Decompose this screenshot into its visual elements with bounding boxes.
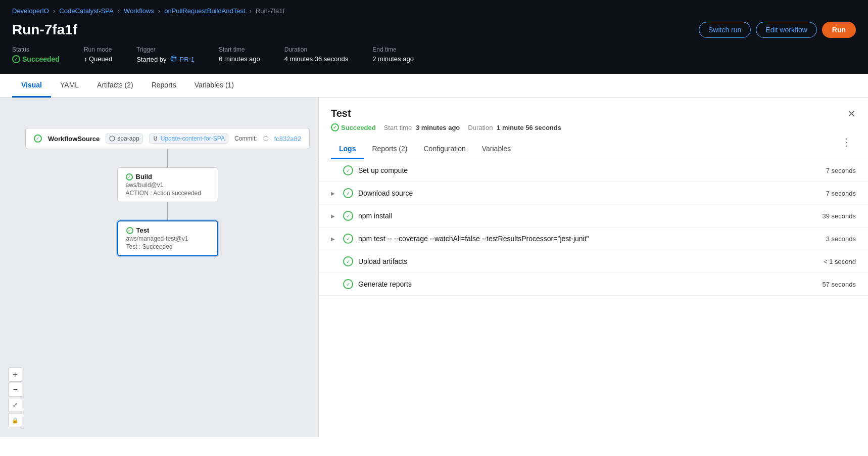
workflow-source-node[interactable]: WorkflowSource spa-app Update-content-fo… bbox=[25, 128, 310, 149]
breadcrumb-sep-2: › bbox=[118, 7, 120, 15]
log-step-name: Upload artifacts bbox=[358, 257, 824, 265]
end-time-value: 2 minutes ago bbox=[372, 55, 414, 63]
zoom-fit-button[interactable]: ⤢ bbox=[8, 398, 22, 412]
log-check-icon bbox=[343, 279, 353, 289]
status-value: Succeeded bbox=[12, 55, 60, 63]
log-duration: 7 seconds bbox=[826, 167, 856, 174]
tab-yaml[interactable]: YAML bbox=[51, 74, 88, 98]
status-check-icon bbox=[12, 55, 20, 63]
edit-workflow-button[interactable]: Edit workflow bbox=[756, 22, 816, 38]
panel-status-text: Succeeded bbox=[341, 124, 376, 131]
meta-run-mode: Run mode ↕ Queued bbox=[84, 46, 112, 64]
tab-visual[interactable]: Visual bbox=[12, 74, 51, 98]
tab-reports[interactable]: Reports bbox=[142, 74, 185, 98]
meta-end-time: End time 2 minutes ago bbox=[372, 46, 414, 64]
switch-run-button[interactable]: Switch run bbox=[699, 22, 751, 38]
breadcrumb-sep-1: › bbox=[53, 7, 55, 15]
log-item[interactable]: ▶ Upload artifacts < 1 second bbox=[319, 250, 868, 273]
log-check-icon bbox=[343, 165, 353, 175]
more-options-button[interactable]: ⋮ bbox=[838, 134, 856, 150]
pr-link[interactable]: PR-1 bbox=[179, 56, 195, 63]
test-action: aws/managed-test@v1 bbox=[126, 235, 209, 242]
source-branch-tag: Update-content-for-SPA bbox=[149, 133, 228, 144]
run-mode-value: ↕ Queued bbox=[84, 55, 112, 63]
log-item[interactable]: ▶ Generate reports 57 seconds bbox=[319, 273, 868, 296]
log-check-icon bbox=[343, 234, 353, 244]
log-expand-icon[interactable]: ▶ bbox=[331, 213, 339, 219]
log-step-name: Generate reports bbox=[358, 280, 823, 288]
log-expand-icon[interactable]: ▶ bbox=[331, 236, 339, 242]
source-app-tag: spa-app bbox=[106, 133, 142, 144]
test-check-icon bbox=[126, 227, 133, 234]
commit-icon: ⬡ bbox=[263, 135, 268, 142]
build-check-icon bbox=[126, 173, 133, 180]
panel-header: Test Succeeded Start time 3 minutes ago … bbox=[319, 98, 868, 159]
zoom-controls: + − ⤢ 🔒 bbox=[8, 368, 22, 427]
build-node[interactable]: Build aws/build@v1 ACTION : Action succe… bbox=[117, 167, 218, 202]
main-tabs: Visual YAML Artifacts (2) Reports Variab… bbox=[0, 74, 868, 98]
log-step-name: npm install bbox=[358, 212, 823, 220]
test-title: Test bbox=[136, 226, 150, 234]
zoom-in-button[interactable]: + bbox=[8, 368, 22, 382]
log-item[interactable]: ▶ Download source 7 seconds bbox=[319, 182, 868, 205]
workflow-area: WorkflowSource spa-app Update-content-fo… bbox=[25, 128, 310, 256]
source-app: spa-app bbox=[117, 135, 139, 142]
header-main: Run-7fa1f Switch run Edit workflow Run bbox=[12, 18, 856, 46]
breadcrumb-codecatalyst[interactable]: CodeCatalyst-SPA bbox=[59, 7, 113, 15]
log-step-name: Set up compute bbox=[358, 166, 826, 174]
zoom-reset-button[interactable]: 🔒 bbox=[8, 413, 22, 427]
queue-icon: ↕ bbox=[84, 56, 87, 63]
breadcrumb-workflows[interactable]: Workflows bbox=[124, 7, 154, 15]
branch-link[interactable]: Update-content-for-SPA bbox=[161, 135, 225, 142]
run-button[interactable]: Run bbox=[822, 22, 856, 38]
build-action: aws/build@v1 bbox=[126, 181, 210, 189]
trigger-value: Started by PR-1 bbox=[136, 55, 195, 64]
log-check-icon bbox=[343, 211, 353, 221]
connector-1 bbox=[167, 149, 168, 167]
panel-tab-logs[interactable]: Logs bbox=[331, 140, 364, 159]
status-text: Succeeded bbox=[22, 55, 60, 63]
log-check-icon bbox=[343, 256, 353, 266]
zoom-out-button[interactable]: − bbox=[8, 383, 22, 397]
breadcrumb-workflow-name[interactable]: onPullRequestBuildAndTest bbox=[164, 7, 245, 15]
trigger-label: Trigger bbox=[136, 46, 195, 53]
test-node[interactable]: Test aws/managed-test@v1 Test : Succeede… bbox=[117, 220, 218, 256]
log-item[interactable]: ▶ npm test -- --coverage --watchAll=fals… bbox=[319, 227, 868, 250]
panel-tab-reports[interactable]: Reports (2) bbox=[364, 140, 415, 159]
start-time-value: 6 minutes ago bbox=[219, 55, 260, 63]
status-label: Status bbox=[12, 46, 60, 53]
log-expand-icon[interactable]: ▶ bbox=[331, 191, 339, 196]
commit-hash-link[interactable]: fc832a82 bbox=[274, 135, 302, 143]
tab-variables[interactable]: Variables (1) bbox=[185, 74, 243, 98]
panel-meta: Succeeded Start time 3 minutes ago Durat… bbox=[331, 123, 561, 131]
start-time-label: Start time bbox=[219, 46, 260, 53]
panel-start-label: Start time bbox=[384, 124, 412, 131]
log-item[interactable]: ▶ npm install 39 seconds bbox=[319, 205, 868, 227]
panel-duration-label: Duration bbox=[468, 124, 493, 131]
panel-tab-variables[interactable]: Variables bbox=[474, 140, 519, 159]
build-status: ACTION : Action succeeded bbox=[126, 190, 210, 197]
breadcrumb-current: Run-7fa1f bbox=[256, 7, 284, 15]
panel-tab-configuration[interactable]: Configuration bbox=[415, 140, 473, 159]
breadcrumb-developerio[interactable]: DeveloperIO bbox=[12, 7, 49, 15]
panel-check-icon bbox=[331, 123, 339, 131]
log-list: ▶ Set up compute 7 seconds ▶ Download so… bbox=[319, 159, 868, 437]
panel-title: Test bbox=[331, 108, 561, 119]
panel-start-value: 3 minutes ago bbox=[416, 124, 460, 131]
log-step-name: npm test -- --coverage --watchAll=false … bbox=[358, 235, 826, 243]
workflow-canvas[interactable]: WorkflowSource spa-app Update-content-fo… bbox=[0, 98, 318, 437]
main-content: WorkflowSource spa-app Update-content-fo… bbox=[0, 98, 868, 437]
page-header: DeveloperIO › CodeCatalyst-SPA › Workflo… bbox=[0, 0, 868, 74]
tab-artifacts[interactable]: Artifacts (2) bbox=[88, 74, 142, 98]
breadcrumb: DeveloperIO › CodeCatalyst-SPA › Workflo… bbox=[12, 0, 856, 18]
panel-status: Succeeded bbox=[331, 123, 376, 131]
svg-point-0 bbox=[170, 55, 177, 62]
meta-status: Status Succeeded bbox=[12, 46, 60, 64]
end-time-label: End time bbox=[372, 46, 414, 53]
build-title: Build bbox=[136, 173, 153, 180]
panel-close-button[interactable]: ✕ bbox=[847, 108, 856, 120]
log-item[interactable]: ▶ Set up compute 7 seconds bbox=[319, 159, 868, 182]
log-duration: < 1 second bbox=[824, 258, 856, 265]
page-title: Run-7fa1f bbox=[12, 22, 77, 38]
run-mode-label: Run mode bbox=[84, 46, 112, 53]
